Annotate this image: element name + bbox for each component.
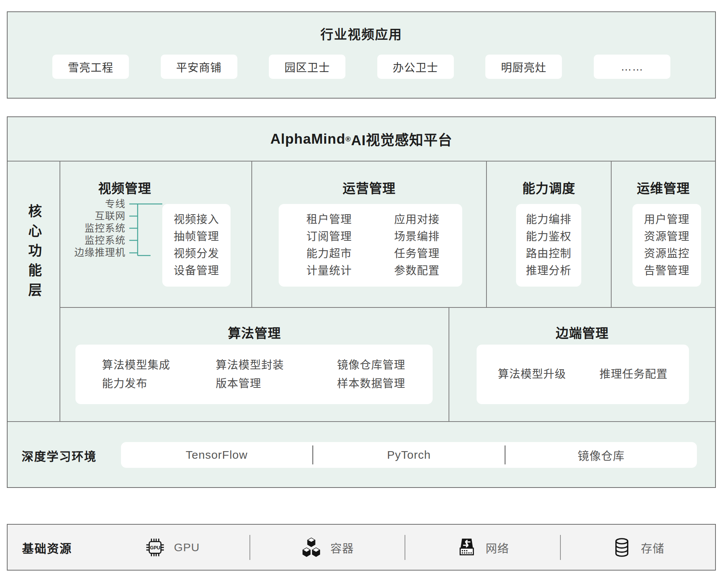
function-item: 资源监控 [644, 248, 689, 260]
app-chip-ellipsis: …… [594, 55, 670, 79]
function-item: 用户管理 [644, 214, 689, 226]
section-edge-management: 边端管理 算法模型升级 推理任务配置 [449, 308, 715, 421]
function-row-1: 视频管理 专线 互联网 监控系统 监控系统 边缘推理机 [60, 161, 715, 307]
section-operation-management: 运营管理 租户管理 订阅管理 能力超市 计量统计 应用对接 场景编排 [252, 161, 487, 307]
section-title: 边端管理 [449, 323, 715, 342]
platform-brand: AlphaMind [270, 131, 345, 147]
capability-functions-box: 能力编排 能力鉴权 路由控制 推理分析 [516, 204, 581, 287]
platform-title: AlphaMind® AI视觉感知平台 [8, 117, 715, 161]
function-item: 样本数据管理 [337, 378, 405, 390]
function-item: 镜像仓库管理 [337, 359, 405, 371]
section-om-management: 运维管理 用户管理 资源管理 资源监控 告警管理 [612, 161, 715, 307]
function-item: 任务管理 [394, 248, 463, 260]
app-chip: 平安商铺 [161, 55, 237, 79]
om-functions-box: 用户管理 资源管理 资源监控 告警管理 [632, 204, 701, 287]
function-item: 订阅管理 [306, 231, 375, 243]
section-title: 运营管理 [252, 178, 486, 197]
function-item: 视频接入 [174, 214, 219, 226]
infra-item-storage: 存储 [561, 525, 715, 570]
platform-panel: AlphaMind® AI视觉感知平台 核心功能层 视频管理 专线 互联网 监控… [7, 116, 716, 488]
container-cubes-icon [301, 537, 322, 558]
storage-database-icon [611, 537, 632, 558]
section-title: 视频管理 [60, 178, 189, 197]
core-layer-label: 核心功能层 [24, 204, 44, 303]
function-item: 推理分析 [526, 265, 571, 277]
app-chip: 园区卫士 [269, 55, 345, 79]
section-title: 能力调度 [487, 178, 611, 197]
core-layer-sidebar: 核心功能层 [8, 161, 60, 421]
operation-column-2: 应用对接 场景编排 任务管理 参数配置 [375, 204, 463, 287]
function-item: 算法模型封装 [216, 359, 337, 371]
architecture-diagram: 行业视频应用 雪亮工程 平安商铺 园区卫士 办公卫士 明厨亮灶 …… Alpha… [0, 0, 728, 577]
app-chip: 明厨亮灶 [485, 55, 562, 79]
function-item: 场景编排 [394, 231, 463, 243]
function-item: 视频分发 [174, 248, 219, 260]
section-title: 运维管理 [612, 178, 715, 197]
app-chip: 办公卫士 [377, 55, 454, 79]
dl-env-item: PyTorch [313, 448, 505, 461]
function-item: 推理任务配置 [599, 368, 668, 380]
infra-item-label: 容器 [330, 539, 354, 556]
infra-item-container: 容器 [250, 525, 405, 570]
algorithm-functions-box: 算法模型集成 算法模型封装 镜像仓库管理 能力发布 版本管理 样本数据管理 [75, 345, 433, 404]
dl-env-item: 镜像仓库 [505, 447, 697, 463]
deep-learning-pill: TensorFlow PyTorch 镜像仓库 [121, 442, 697, 468]
infra-panel: 基础资源 GPU GPU [7, 524, 716, 571]
function-row-2: 算法管理 算法模型集成 算法模型封装 镜像仓库管理 能力发布 版本管理 样本数据… [60, 307, 715, 421]
video-functions-box: 视频接入 抽帧管理 视频分发 设备管理 [162, 204, 231, 287]
function-item: 能力发布 [102, 378, 216, 390]
algorithm-row: 能力发布 版本管理 样本数据管理 [102, 378, 433, 390]
section-title: 算法管理 [60, 323, 449, 342]
gpu-chip-icon: GPU [144, 537, 166, 558]
operation-column-1: 租户管理 订阅管理 能力超市 计量统计 [279, 204, 375, 287]
function-item: 算法模型集成 [102, 359, 216, 371]
deep-learning-label: 深度学习环境 [22, 447, 97, 464]
edge-functions-box: 算法模型升级 推理任务配置 [477, 345, 689, 404]
function-item: 版本管理 [216, 378, 337, 390]
industry-apps-title: 行业视频应用 [8, 28, 715, 41]
infra-item-label: 存储 [641, 539, 664, 556]
section-capability-scheduling: 能力调度 能力编排 能力鉴权 路由控制 推理分析 [487, 161, 612, 307]
function-item: 能力超市 [306, 248, 375, 260]
function-item: 计量统计 [306, 265, 375, 277]
industry-apps-panel: 行业视频应用 雪亮工程 平安商铺 园区卫士 办公卫士 明厨亮灶 …… [7, 11, 716, 99]
function-item: 设备管理 [174, 265, 219, 277]
function-item: 路由控制 [526, 248, 571, 260]
infra-item-network: 网络 [405, 525, 560, 570]
industry-apps-row: 雪亮工程 平安商铺 园区卫士 办公卫士 明厨亮灶 …… [8, 55, 715, 79]
section-video-management: 视频管理 专线 互联网 监控系统 监控系统 边缘推理机 [60, 161, 252, 307]
function-item: 算法模型升级 [498, 368, 566, 380]
platform-title-suffix: AI视觉感知平台 [351, 129, 452, 149]
function-item: 告警管理 [644, 265, 689, 277]
infra-item-label: 网络 [486, 539, 509, 556]
svg-text:GPU: GPU [150, 545, 160, 550]
infra-item-label: GPU [174, 541, 200, 554]
video-source: 专线 [60, 198, 126, 210]
app-chip: 雪亮工程 [52, 55, 129, 79]
infra-item-gpu: GPU GPU [95, 525, 249, 570]
core-function-layer: 核心功能层 视频管理 专线 互联网 监控系统 监控系统 边缘推理机 [8, 161, 715, 421]
function-item: 租户管理 [306, 214, 375, 226]
deep-learning-row: 深度学习环境 TensorFlow PyTorch 镜像仓库 [8, 421, 715, 489]
function-item: 应用对接 [394, 214, 463, 226]
video-source: 监控系统 [60, 234, 126, 246]
network-switch-icon [456, 537, 477, 558]
registered-mark: ® [345, 135, 351, 143]
video-source: 监控系统 [60, 222, 126, 234]
video-source: 互联网 [60, 210, 126, 222]
video-source-labels: 专线 互联网 监控系统 监控系统 边缘推理机 [60, 198, 127, 259]
section-algorithm-management: 算法管理 算法模型集成 算法模型封装 镜像仓库管理 能力发布 版本管理 样本数据… [60, 308, 449, 421]
function-item: 能力鉴权 [526, 231, 571, 243]
operation-functions-box: 租户管理 订阅管理 能力超市 计量统计 应用对接 场景编排 任务管理 参数配置 [279, 204, 462, 287]
function-item: 参数配置 [394, 265, 463, 277]
algorithm-row: 算法模型集成 算法模型封装 镜像仓库管理 [102, 359, 433, 371]
video-source-connector-lines [127, 196, 165, 261]
dl-env-item: TensorFlow [121, 448, 312, 461]
function-item: 能力编排 [526, 214, 571, 226]
function-item: 抽帧管理 [174, 231, 219, 243]
function-item: 资源管理 [644, 231, 689, 243]
infra-label: 基础资源 [22, 539, 72, 556]
infra-resources: GPU GPU [95, 525, 715, 570]
core-layer-content: 视频管理 专线 互联网 监控系统 监控系统 边缘推理机 [60, 161, 715, 421]
video-source: 边缘推理机 [60, 246, 126, 259]
